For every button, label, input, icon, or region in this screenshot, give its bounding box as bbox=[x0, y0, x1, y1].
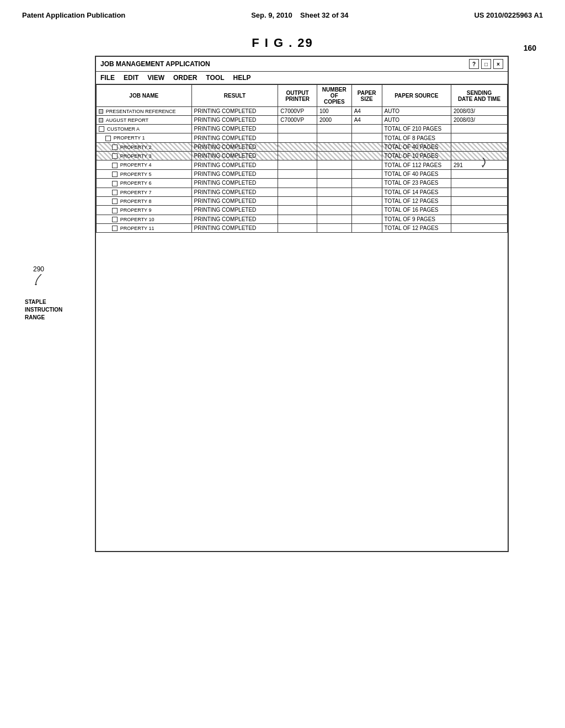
cell-paper-size bbox=[351, 223, 382, 232]
menu-bar: FILE EDIT VIEW ORDER TOOL HELP bbox=[96, 72, 508, 84]
table-row[interactable]: PRESENTATION REFERENCE PRINTING COMPLETE… bbox=[97, 107, 508, 116]
cell-jobname: PRESENTATION REFERENCE bbox=[97, 107, 192, 116]
cell-output bbox=[278, 125, 317, 133]
cell-result: PRINTING COMPLETED bbox=[191, 188, 278, 196]
table-row[interactable]: PROPERTY 3 PRINTING COMPLETED TOTAL OF 1… bbox=[97, 152, 508, 160]
cell-output: C7000VP bbox=[278, 116, 317, 125]
table-row[interactable]: PROPERTY 8 PRINTING COMPLETED TOTAL OF 1… bbox=[97, 196, 508, 205]
cell-jobname: PROPERTY 11 bbox=[97, 223, 192, 232]
table-row[interactable]: PROPERTY 5 PRINTING COMPLETED TOTAL OF 4… bbox=[97, 169, 508, 178]
window: JOB MANAGEMENT APPLICATION ? □ × FILE ED… bbox=[95, 56, 509, 552]
fig-label: F I G . 29 bbox=[0, 36, 565, 50]
cell-copies bbox=[317, 196, 351, 205]
cell-paper-size: A4 bbox=[351, 107, 382, 116]
cell-copies bbox=[317, 152, 351, 160]
menu-view[interactable]: VIEW bbox=[147, 74, 164, 82]
cell-sending-date bbox=[451, 133, 508, 142]
cell-sending-date: 2008/03/ bbox=[451, 107, 508, 116]
cell-paper-source: TOTAL OF 10 PAGES bbox=[382, 152, 451, 160]
cell-paper-size bbox=[351, 169, 382, 178]
table-row[interactable]: PROPERTY 1 PRINTING COMPLETED TOTAL OF 8… bbox=[97, 133, 508, 142]
close-button[interactable]: × bbox=[493, 59, 503, 69]
cell-jobname: PROPERTY 4 bbox=[97, 160, 192, 169]
cell-paper-size bbox=[351, 152, 382, 160]
table-row[interactable]: PROPERTY 10 PRINTING COMPLETED TOTAL OF … bbox=[97, 215, 508, 223]
window-title: JOB MANAGEMENT APPLICATION bbox=[100, 60, 210, 68]
label-160: 160 bbox=[524, 44, 536, 52]
cell-result: PRINTING COMPLETED bbox=[191, 215, 278, 223]
cell-paper-size bbox=[351, 142, 382, 151]
cell-sending-date bbox=[451, 142, 508, 151]
cell-paper-size bbox=[351, 206, 382, 215]
cell-sending-date bbox=[451, 188, 508, 196]
cell-sending-date bbox=[451, 179, 508, 188]
col-header-result: RESULT bbox=[191, 85, 278, 107]
cell-paper-size bbox=[351, 160, 382, 169]
cell-jobname: PROPERTY 2 bbox=[97, 142, 192, 151]
table-row[interactable]: PROPERTY 11 PRINTING COMPLETED TOTAL OF … bbox=[97, 223, 508, 232]
cell-copies bbox=[317, 142, 351, 151]
table-row[interactable]: PROPERTY 9 PRINTING COMPLETED TOTAL OF 1… bbox=[97, 206, 508, 215]
cell-result: PRINTING COMPLETED bbox=[191, 160, 278, 169]
cell-result: PRINTING COMPLETED bbox=[191, 125, 278, 133]
cell-jobname: PROPERTY 10 bbox=[97, 215, 192, 223]
cell-sending-date bbox=[451, 215, 508, 223]
table-row[interactable]: AUGUST REPORT PRINTING COMPLETED C7000VP… bbox=[97, 116, 508, 125]
header-center: Sep. 9, 2010 Sheet 32 of 34 bbox=[251, 11, 348, 19]
cell-output bbox=[278, 152, 317, 160]
cell-paper-source: TOTAL OF 210 PAGES bbox=[382, 125, 451, 133]
table-row[interactable]: PROPERTY 4 PRINTING COMPLETED TOTAL OF 1… bbox=[97, 160, 508, 169]
menu-tool[interactable]: TOOL bbox=[206, 74, 224, 82]
cell-jobname: PROPERTY 1 bbox=[97, 133, 192, 142]
cell-copies bbox=[317, 160, 351, 169]
menu-help[interactable]: HELP bbox=[233, 74, 250, 82]
help-button[interactable]: ? bbox=[469, 59, 479, 69]
cell-paper-size bbox=[351, 125, 382, 133]
cell-jobname: CUSTOMER A bbox=[97, 125, 192, 133]
cell-paper-size bbox=[351, 196, 382, 205]
table-row[interactable]: PROPERTY 2 PRINTING COMPLETED TOTAL OF 4… bbox=[97, 142, 508, 151]
cell-jobname: PROPERTY 7 bbox=[97, 188, 192, 196]
header-right: US 2010/0225963 A1 bbox=[474, 11, 543, 19]
cell-jobname: PROPERTY 9 bbox=[97, 206, 192, 215]
table-row[interactable]: PROPERTY 7 PRINTING COMPLETED TOTAL OF 1… bbox=[97, 188, 508, 196]
cell-output bbox=[278, 188, 317, 196]
table-row[interactable]: CUSTOMER A PRINTING COMPLETED TOTAL OF 2… bbox=[97, 125, 508, 133]
col-header-paper-size: PAPERSIZE bbox=[351, 85, 382, 107]
cell-output bbox=[278, 142, 317, 151]
menu-file[interactable]: FILE bbox=[100, 74, 115, 82]
cell-paper-size bbox=[351, 188, 382, 196]
cell-paper-source: TOTAL OF 12 PAGES bbox=[382, 223, 451, 232]
cell-sending-date bbox=[451, 125, 508, 133]
cell-paper-source: AUTO bbox=[382, 107, 451, 116]
cell-sending-date bbox=[451, 196, 508, 205]
cell-paper-source: TOTAL OF 16 PAGES bbox=[382, 206, 451, 215]
col-header-jobname: JOB NAME bbox=[97, 85, 192, 107]
cell-paper-size bbox=[351, 133, 382, 142]
cell-output bbox=[278, 215, 317, 223]
col-header-number: NUMBEROF COPIES bbox=[317, 85, 351, 107]
cell-output bbox=[278, 169, 317, 178]
cell-result: PRINTING COMPLETED bbox=[191, 223, 278, 232]
menu-edit[interactable]: EDIT bbox=[124, 74, 138, 82]
cell-output bbox=[278, 206, 317, 215]
cell-copies bbox=[317, 169, 351, 178]
cell-paper-source: TOTAL OF 9 PAGES bbox=[382, 215, 451, 223]
cell-jobname: PROPERTY 6 bbox=[97, 179, 192, 188]
cell-paper-source: TOTAL OF 12 PAGES bbox=[382, 196, 451, 205]
title-bar: JOB MANAGEMENT APPLICATION ? □ × bbox=[96, 57, 508, 72]
cell-result: PRINTING COMPLETED bbox=[191, 142, 278, 151]
col-header-output: OUTPUTPRINTER bbox=[278, 85, 317, 107]
table-row[interactable]: PROPERTY 6 PRINTING COMPLETED TOTAL OF 2… bbox=[97, 179, 508, 188]
cell-output bbox=[278, 160, 317, 169]
cell-jobname: AUGUST REPORT bbox=[97, 116, 192, 125]
menu-order[interactable]: ORDER bbox=[173, 74, 197, 82]
svg-marker-0 bbox=[35, 284, 37, 285]
cell-output bbox=[278, 179, 317, 188]
cell-sending-date bbox=[451, 206, 508, 215]
svg-marker-1 bbox=[482, 165, 484, 168]
cell-copies bbox=[317, 179, 351, 188]
cell-sending-date: 291 bbox=[451, 160, 508, 169]
minimize-button[interactable]: □ bbox=[481, 59, 491, 69]
cell-sending-date: 2008/03/ bbox=[451, 116, 508, 125]
